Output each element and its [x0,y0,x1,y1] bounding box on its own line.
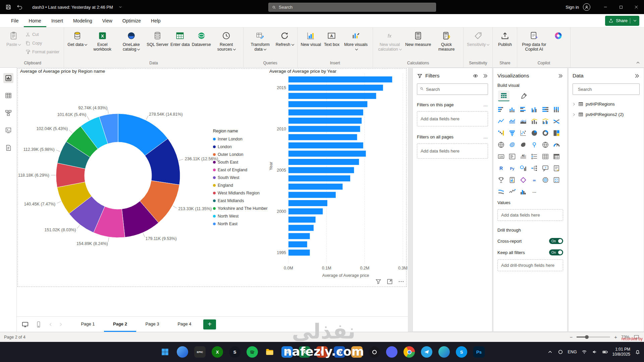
visual-type-paginated-report-icon[interactable] [508,176,516,184]
ribbon-button-publish[interactable]: Publish [495,29,515,58]
taskbar-obs-studio-icon[interactable] [369,346,380,358]
values-dropzone[interactable]: Add data fields here [497,209,563,221]
menu-item-insert[interactable]: Insert [46,14,68,27]
visual-type-stacked-column-chart-icon[interactable] [508,106,516,113]
page-tab-page-2[interactable]: Page 2 [104,317,136,332]
visual-type-matrix-icon[interactable] [553,153,560,160]
visual-type-ribbon-chart-icon[interactable] [553,118,560,125]
ribbon-button-format-painter[interactable]: Format painter [23,48,61,56]
zoom-slider-handle[interactable] [585,335,589,339]
minimize-button[interactable] [598,0,613,14]
ribbon-button-paste[interactable]: Paste [4,29,23,58]
title-caret-icon[interactable] [118,5,122,9]
more-options-icon[interactable] [398,278,405,285]
data-search[interactable] [573,83,640,95]
fit-to-page-icon[interactable] [634,334,639,340]
visual-type-python-visual-icon[interactable]: Py [508,165,516,172]
ribbon-button-copilot-logo[interactable] [548,29,568,58]
menu-item-home[interactable]: Home [24,14,46,27]
ribbon-button-transform-data[interactable]: Transform data [246,29,275,58]
visual-type-arcgis-map-icon[interactable] [542,141,549,148]
visual-type-map-icon[interactable] [497,141,505,148]
ribbon-button-dataverse[interactable]: Dataverse [191,29,212,58]
legend-item-outer-london[interactable]: Outer London [213,150,272,158]
bar-2015[interactable] [288,85,383,91]
chevron-up-icon[interactable] [547,349,553,355]
wifi-icon[interactable] [581,349,587,355]
format-visual-tab[interactable] [518,90,530,101]
mobile-view-icon[interactable] [35,321,42,328]
tray-app-icon[interactable] [557,349,564,355]
bar-2003[interactable] [288,184,342,190]
visual-type-sparkline-visual-icon[interactable] [508,188,516,195]
more-options-icon[interactable]: … [483,102,488,107]
visual-type-histogram-visual-icon[interactable] [520,188,527,195]
bar-chart[interactable]: 0.0M0.1M0.2M0.3M20152010200520001995Aver… [268,74,408,282]
visual-type-scatter-chart-icon[interactable] [520,129,527,137]
bar-2002[interactable] [288,192,336,198]
visual-type-goal-icon[interactable] [542,176,549,184]
visual-type-donut-chart-icon[interactable] [542,129,549,137]
taskbar-photoshop-icon[interactable]: Ps [473,346,485,358]
zoom-slider[interactable] [577,337,610,338]
maximize-button[interactable] [613,0,629,14]
ribbon-button-prep-data-for-copilot-ai[interactable]: Prep data for Copilot AI [520,29,548,58]
ribbon-button-cut[interactable]: Cut [23,31,61,38]
ribbon-button-excel-workbook[interactable]: XExcel workbook [88,29,117,58]
eye-icon[interactable] [473,73,478,79]
zoom-in-button[interactable]: + [614,334,617,340]
legend-item-inner-london[interactable]: Inner London [213,135,272,143]
visual-type-metrics-icon[interactable] [497,176,505,184]
visual-type-line-and-stacked-column-chart-icon[interactable] [531,118,538,125]
bar-2004[interactable] [288,175,350,181]
legend-item-north-east[interactable]: North East [213,220,272,228]
bar-1995[interactable] [288,250,310,256]
legend-item-east-midlands[interactable]: East Midlands [213,197,272,204]
bar-2010[interactable] [288,126,360,132]
taskbar-word-icon[interactable]: W [334,346,345,358]
visual-type-azure-map-icon[interactable] [531,141,538,148]
next-page-icon[interactable] [58,322,63,327]
legend-item-london[interactable]: London [213,143,272,150]
taskbar-skype-icon[interactable]: S [456,346,467,358]
visual-type-area-chart-icon[interactable] [508,118,516,125]
ribbon-button-new-visual[interactable]: New visual [300,29,322,58]
bar-2009[interactable] [288,134,357,140]
visual-type-decomposition-tree-icon[interactable] [531,165,538,172]
bar-2012[interactable] [288,109,363,115]
chevron-right-icon[interactable] [572,113,576,117]
visual-type-scorecard-icon[interactable] [553,176,560,184]
taskbar-epic-games-icon[interactable]: EPIC [194,346,206,358]
visual-type-clustered-bar-chart-icon[interactable] [520,106,527,113]
notification-icon[interactable] [635,349,641,355]
menu-item-help[interactable]: Help [146,14,166,27]
bar-2016[interactable] [288,76,392,82]
bar-2014[interactable] [288,93,376,99]
visual-type-stacked-area-chart-icon[interactable] [520,118,527,125]
filters-page-dropzone[interactable]: Add data fields here [417,111,488,126]
bar-2001[interactable] [288,200,327,206]
prev-page-icon[interactable] [48,322,53,327]
visual-type-funnel-chart-icon[interactable] [508,129,516,137]
page-tab-page-4[interactable]: Page 4 [168,317,201,332]
ribbon-button-recent-sources[interactable]: Recent sources [212,29,241,58]
bar-2013[interactable] [288,101,367,107]
model-view-icon[interactable] [3,108,13,118]
bar-2000[interactable] [288,208,323,215]
visual-type-line-chart-icon[interactable] [497,118,505,125]
cross-report-toggle[interactable]: On [549,238,563,244]
volume-icon[interactable] [592,349,598,355]
battery-icon[interactable] [602,349,608,355]
search-input[interactable] [279,5,432,10]
visual-filter-icon[interactable] [375,278,382,285]
visual-type-slicer-icon[interactable] [531,153,538,160]
visual-type-table-icon[interactable] [542,153,549,160]
bar-2011[interactable] [288,118,362,124]
ribbon-button-sql-server[interactable]: SQL Server [146,29,169,58]
add-page-button[interactable]: + [203,319,216,329]
report-canvas[interactable]: Average of Average price by Region name … [17,68,408,316]
ribbon-button-more-visuals[interactable]: More visuals [341,29,370,58]
report-view-icon[interactable] [3,73,13,83]
visual-type-power-apps-icon[interactable] [520,176,527,184]
visual-type-clustered-column-chart-icon[interactable] [531,106,538,113]
